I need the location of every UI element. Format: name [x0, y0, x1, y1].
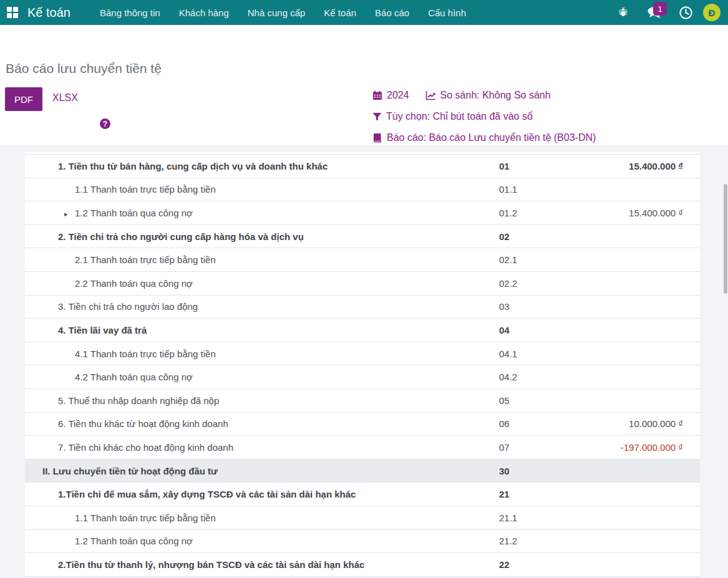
row-amount: 15.400.000 ₫ [575, 208, 700, 218]
row-code: 06 [499, 418, 575, 429]
row-label: ▸1.2 Thanh toán qua công nợ [25, 208, 499, 218]
top-navbar: Kế toán Bảng thông tin Khách hàng Nhà cu… [0, 0, 728, 25]
row-code: 01.1 [499, 184, 575, 195]
row-code: 21.2 [499, 536, 575, 546]
user-avatar[interactable]: Đ [703, 4, 721, 21]
row-label: 1.1 Thanh toán trực tiếp bằng tiền [25, 184, 499, 195]
funnel-icon [372, 112, 382, 122]
table-row: 2.2 Thanh toán qua công nợ 02.2 [25, 272, 700, 296]
filter-report-type[interactable]: Báo cáo: Báo cáo Lưu chuyển tiền tệ (B03… [372, 132, 596, 143]
main-menu: Bảng thông tin Khách hàng Nhà cung cấp K… [90, 1, 475, 24]
table-row: 1.Tiền chi để mua sắm, xây dựng TSCĐ và … [25, 483, 700, 506]
row-code: 07 [499, 442, 575, 453]
row-code: 04 [499, 325, 575, 335]
report-table: 1. Tiền thu từ bán hàng, cung cấp dịch v… [25, 152, 700, 577]
row-label: 2.1 Thanh toán trực tiếp bằng tiền [25, 254, 499, 265]
row-label: 1.2 Thanh toán qua công nợ [25, 536, 499, 546]
row-code: 01 [499, 161, 575, 171]
row-code: 02.1 [499, 254, 575, 265]
row-code: 03 [499, 301, 575, 312]
menu-item-vendors[interactable]: Nhà cung cấp [238, 1, 315, 24]
page-title: Báo cáo lưu chuyển tiền tệ [6, 61, 162, 76]
menu-item-dashboard[interactable]: Bảng thông tin [90, 1, 170, 24]
row-code: 22 [499, 559, 575, 570]
control-panel: Báo cáo lưu chuyển tiền tệ PDF XLSX ? 20… [0, 25, 728, 145]
row-amount: 15.400.000 ₫ [575, 161, 700, 171]
apps-grid-icon[interactable] [7, 7, 18, 18]
row-label: 2.Tiền thu từ thanh lý, nhượng bán TSCĐ … [25, 559, 499, 570]
row-code: 21.1 [499, 513, 575, 523]
filter-comparison[interactable]: So sánh: Không So sánh [425, 90, 551, 101]
calendar-icon [372, 90, 382, 100]
debug-bug-icon[interactable] [609, 0, 637, 25]
row-code: 04.1 [499, 349, 575, 359]
menu-item-settings[interactable]: Cấu hình [419, 1, 475, 24]
row-label: 1.Tiền chi để mua sắm, xây dựng TSCĐ và … [25, 489, 499, 499]
export-pdf-button[interactable]: PDF [5, 87, 42, 111]
filter-options[interactable]: Tùy chọn: Chỉ bút toán đã vào sổ [372, 111, 533, 122]
table-row: 1.2 Thanh toán qua công nợ 21.2 [25, 530, 700, 554]
messages-icon[interactable]: 1 [637, 0, 672, 25]
filter-comparison-label: So sánh: Không So sánh [440, 90, 551, 101]
row-code: 02.2 [499, 278, 575, 289]
table-row: 1. Tiền thu từ bán hàng, cung cấp dịch v… [25, 155, 700, 178]
filter-options-label: Tùy chọn: Chỉ bút toán đã vào sổ [386, 111, 533, 122]
scrollbar-thumb[interactable] [724, 184, 727, 294]
table-row: 2.1 Thanh toán trực tiếp bằng tiền 02.1 [25, 248, 700, 272]
row-label: 2.2 Thanh toán qua công nợ [25, 278, 499, 289]
row-label: 4. Tiền lãi vay đã trả [25, 325, 499, 335]
menu-item-reports[interactable]: Báo cáo [366, 1, 419, 24]
row-label: 6. Tiền thu khác từ hoạt động kinh doanh [25, 418, 499, 429]
row-label: 1.1 Thanh toán trực tiếp bằng tiền [25, 513, 499, 523]
menu-item-accounting[interactable]: Kế toán [314, 1, 366, 24]
row-label: 2. Tiền chi trả cho người cung cấp hàng … [25, 231, 499, 242]
filter-year[interactable]: 2024 [372, 90, 409, 101]
app-brand[interactable]: Kế toán [27, 6, 70, 20]
row-code: 04.2 [499, 372, 575, 382]
expand-caret-icon[interactable]: ▸ [64, 210, 75, 218]
row-label: 3. Tiền chi trả cho người lao động [25, 301, 499, 312]
row-label: 5. Thuế thu nhập doanh nghiệp đã nộp [25, 395, 499, 406]
row-amount: 10.000.000 ₫ [575, 418, 700, 429]
book-icon [372, 133, 382, 143]
filter-report-type-label: Báo cáo: Báo cáo Lưu chuyển tiền tệ (B03… [387, 132, 596, 143]
row-label: 4.1 Thanh toán trực tiếp bằng tiền [25, 349, 499, 359]
table-row: II. Lưu chuyển tiền từ hoạt động đầu tư … [25, 460, 700, 483]
row-code: 21 [499, 489, 575, 499]
row-code: 05 [499, 395, 575, 406]
menu-item-customers[interactable]: Khách hàng [170, 1, 238, 24]
table-row: 2.Tiền thu từ thanh lý, nhượng bán TSCĐ … [25, 553, 700, 577]
table-row: 4.1 Thanh toán trực tiếp bằng tiền 04.1 [25, 342, 700, 366]
report-filters: 2024 So sánh: Không So sánh Tùy chọn: Ch… [372, 90, 596, 153]
row-label: II. Lưu chuyển tiền từ hoạt động đầu tư [25, 466, 499, 476]
table-row: 4. Tiền lãi vay đã trả 04 [25, 319, 700, 342]
row-code: 30 [499, 466, 575, 476]
table-row: 7. Tiền chi khác cho hoạt động kinh doan… [25, 436, 700, 460]
table-row: ▸1.2 Thanh toán qua công nợ 01.2 15.400.… [25, 201, 700, 225]
table-row: 2. Tiền chi trả cho người cung cấp hàng … [25, 225, 700, 249]
filter-year-label: 2024 [387, 90, 409, 101]
table-row: 1.1 Thanh toán trực tiếp bằng tiền 01.1 [25, 178, 700, 202]
help-icon[interactable]: ? [100, 118, 110, 129]
export-xlsx-button[interactable]: XLSX [52, 92, 78, 104]
row-amount: -197.000.000 ₫ [575, 442, 700, 453]
activities-clock-icon[interactable] [672, 0, 699, 25]
row-code: 02 [499, 231, 575, 242]
row-label: 7. Tiền chi khác cho hoạt động kinh doan… [25, 442, 499, 453]
row-label: 4.2 Thanh toán qua công nợ [25, 372, 499, 382]
line-chart-icon [425, 90, 436, 100]
table-row: 5. Thuế thu nhập doanh nghiệp đã nộp 05 [25, 389, 700, 413]
row-label: 1. Tiền thu từ bán hàng, cung cấp dịch v… [25, 161, 499, 171]
messages-count-badge: 1 [653, 2, 667, 16]
table-row: 3. Tiền chi trả cho người lao động 03 [25, 296, 700, 319]
row-code: 01.2 [499, 208, 575, 218]
table-row: 4.2 Thanh toán qua công nợ 04.2 [25, 365, 700, 389]
vertical-scrollbar [723, 155, 727, 578]
table-row: 1.1 Thanh toán trực tiếp bằng tiền 21.1 [25, 506, 700, 530]
table-row: 6. Tiền thu khác từ hoạt động kinh doanh… [25, 413, 700, 436]
